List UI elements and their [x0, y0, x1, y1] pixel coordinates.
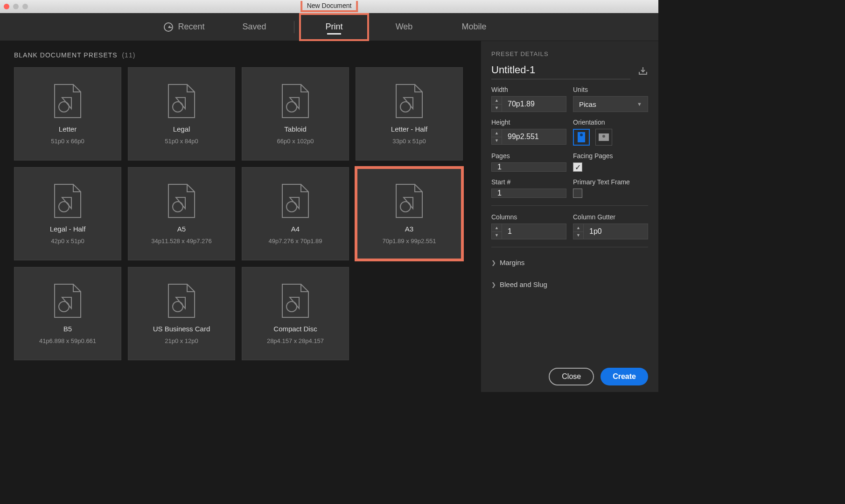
- start-number-input[interactable]: 1: [491, 189, 566, 198]
- presets-panel: BLANK DOCUMENT PRESETS (11) Letter51p0 x…: [0, 41, 481, 392]
- zoom-window-button[interactable]: [22, 4, 28, 9]
- tab-mobile[interactable]: Mobile: [439, 13, 509, 41]
- document-icon: [54, 283, 82, 320]
- svg-point-10: [286, 301, 297, 312]
- units-select[interactable]: Picas ▼: [573, 96, 648, 112]
- preset-dimensions: 41p6.898 x 59p0.661: [39, 337, 96, 344]
- close-window-button[interactable]: [4, 4, 9, 9]
- tab-web-label: Web: [396, 22, 413, 32]
- orientation-landscape-button[interactable]: [595, 129, 612, 146]
- tab-print[interactable]: Print: [299, 13, 369, 41]
- svg-point-8: [59, 301, 69, 312]
- start-number-label: Start #: [491, 178, 566, 186]
- width-down[interactable]: ▼: [492, 105, 502, 112]
- preset-name: Legal: [173, 125, 190, 133]
- document-icon: [168, 84, 196, 120]
- save-preset-icon[interactable]: [638, 67, 648, 77]
- svg-point-9: [173, 301, 183, 312]
- preset-details-heading: PRESET DETAILS: [491, 50, 648, 57]
- chevron-down-icon: ▼: [637, 101, 642, 107]
- tab-saved-label: Saved: [242, 22, 266, 32]
- pages-input[interactable]: 1: [491, 162, 566, 172]
- preset-b5[interactable]: B541p6.898 x 59p0.661: [14, 267, 121, 360]
- columns-stepper[interactable]: ▲▼ 1: [491, 224, 566, 239]
- orientation-label: Orientation: [573, 119, 648, 126]
- preset-dimensions: 49p7.276 x 70p1.89: [269, 238, 322, 245]
- chevron-right-icon: ❯: [491, 281, 496, 288]
- facing-pages-checkbox[interactable]: ✓: [573, 162, 582, 172]
- svg-point-6: [286, 202, 297, 212]
- column-gutter-stepper[interactable]: ▲▼ 1p0: [573, 224, 648, 239]
- preset-dimensions: 70p1.89 x 99p2.551: [383, 238, 436, 245]
- preset-details-panel: PRESET DETAILS Untitled-1 Width ▲▼ 70p1.…: [481, 41, 658, 392]
- titlebar: New Document: [0, 0, 658, 13]
- preset-a4[interactable]: A449p7.276 x 70p1.89: [242, 167, 349, 260]
- minimize-window-button[interactable]: [13, 4, 19, 9]
- gutter-down[interactable]: ▼: [573, 232, 583, 239]
- preset-dimensions: 33p0 x 51p0: [392, 138, 426, 145]
- svg-point-5: [173, 202, 183, 212]
- height-input[interactable]: 99p2.551: [502, 129, 566, 145]
- bleed-slug-label: Bleed and Slug: [500, 280, 547, 288]
- margins-expander[interactable]: ❯ Margins: [491, 255, 648, 270]
- preset-legal-half[interactable]: Legal - Half42p0 x 51p0: [14, 167, 121, 260]
- document-name-input[interactable]: Untitled-1: [491, 64, 630, 79]
- preset-dimensions: 66p0 x 102p0: [277, 138, 314, 145]
- presets-heading: BLANK DOCUMENT PRESETS (11): [14, 51, 467, 59]
- preset-name: A3: [405, 225, 413, 233]
- svg-point-7: [400, 202, 411, 212]
- width-input[interactable]: 70p1.89: [502, 96, 566, 112]
- height-stepper[interactable]: ▲▼ 99p2.551: [491, 129, 566, 145]
- columns-down[interactable]: ▼: [492, 232, 502, 239]
- primary-text-frame-checkbox[interactable]: [573, 189, 582, 198]
- window-title: New Document: [300, 1, 358, 12]
- preset-letter-half[interactable]: Letter - Half33p0 x 51p0: [356, 67, 463, 161]
- divider: [491, 205, 648, 206]
- tab-print-label: Print: [325, 22, 342, 32]
- preset-name: Tabloid: [284, 125, 307, 133]
- tab-recent-label: Recent: [178, 22, 204, 32]
- height-label: Height: [491, 119, 566, 126]
- preset-a5[interactable]: A534p11.528 x 49p7.276: [128, 167, 235, 260]
- width-stepper[interactable]: ▲▼ 70p1.89: [491, 96, 566, 112]
- column-gutter-label: Column Gutter: [573, 213, 648, 221]
- document-icon: [168, 283, 196, 320]
- orientation-portrait-button[interactable]: [573, 129, 590, 146]
- tab-recent[interactable]: Recent: [149, 13, 219, 41]
- height-up[interactable]: ▲: [492, 129, 502, 137]
- columns-up[interactable]: ▲: [492, 224, 502, 232]
- margins-label: Margins: [500, 259, 524, 266]
- width-up[interactable]: ▲: [492, 97, 502, 105]
- presets-count: (11): [122, 51, 135, 59]
- svg-point-3: [400, 102, 411, 112]
- tab-web[interactable]: Web: [369, 13, 439, 41]
- preset-tabloid[interactable]: Tabloid66p0 x 102p0: [242, 67, 349, 161]
- create-button[interactable]: Create: [601, 368, 648, 385]
- preset-dimensions: 51p0 x 66p0: [51, 138, 84, 145]
- preset-compact-disc[interactable]: Compact Disc28p4.157 x 28p4.157: [242, 267, 349, 360]
- primary-text-frame-label: Primary Text Frame: [573, 178, 648, 186]
- document-icon: [281, 84, 309, 120]
- height-down[interactable]: ▼: [492, 137, 502, 145]
- columns-input[interactable]: 1: [502, 224, 566, 239]
- width-label: Width: [491, 86, 566, 93]
- preset-legal[interactable]: Legal51p0 x 84p0: [128, 67, 235, 161]
- preset-a3[interactable]: A370p1.89 x 99p2.551: [356, 167, 463, 260]
- document-icon: [281, 183, 309, 220]
- preset-letter[interactable]: Letter51p0 x 66p0: [14, 67, 121, 161]
- bleed-slug-expander[interactable]: ❯ Bleed and Slug: [491, 277, 648, 292]
- tab-saved[interactable]: Saved: [219, 13, 289, 41]
- document-icon: [281, 283, 309, 320]
- preset-name: Letter: [59, 125, 77, 133]
- preset-name: Legal - Half: [50, 225, 86, 233]
- category-tabs: Recent Saved Print Web Mobile: [0, 13, 658, 41]
- column-gutter-input[interactable]: 1p0: [583, 224, 648, 239]
- portrait-icon: [578, 132, 585, 142]
- document-icon: [54, 84, 82, 120]
- close-button[interactable]: Close: [549, 368, 594, 385]
- preset-us-business-card[interactable]: US Business Card21p0 x 12p0: [128, 267, 235, 360]
- preset-name: Compact Disc: [273, 325, 317, 333]
- document-icon: [54, 183, 82, 220]
- gutter-up[interactable]: ▲: [573, 224, 583, 232]
- document-icon: [395, 183, 423, 220]
